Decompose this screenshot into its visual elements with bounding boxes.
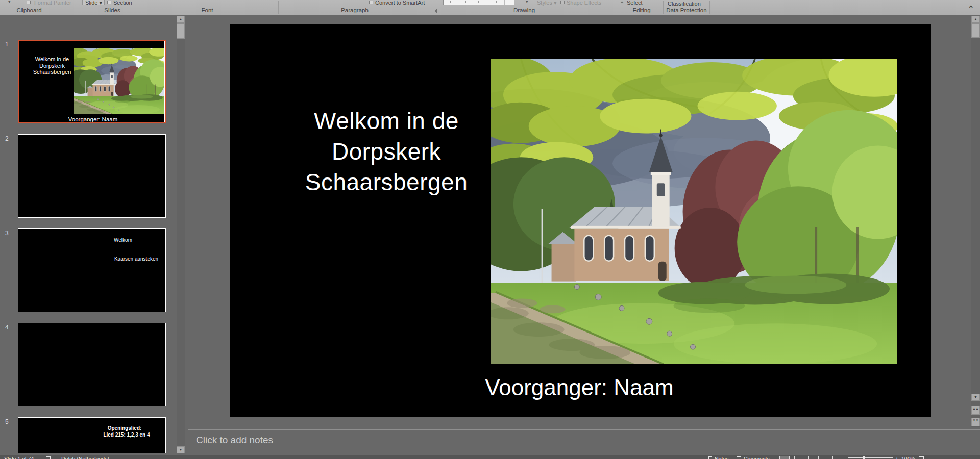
group-label-editing: Editing <box>621 7 662 13</box>
slide-indicator: Slide 1 of 74 <box>4 456 34 459</box>
new-slide-button[interactable]: Slide ▾ <box>85 0 102 6</box>
group-divider <box>80 1 80 14</box>
notes-pane[interactable]: Click to add notes <box>188 430 980 455</box>
group-divider <box>439 1 439 14</box>
zoom-level[interactable]: 100% <box>901 456 915 459</box>
format-painter-button[interactable]: Format Painter <box>34 0 71 6</box>
slide-scrollbar[interactable]: ▲ ▼ ▲▲ ▼▼ <box>971 16 980 427</box>
shape-effects-icon <box>560 1 565 4</box>
slide-number: 5 <box>5 418 9 425</box>
shape-glyph-icon <box>478 1 481 3</box>
thumbnail-title-line: Dorpskerk <box>24 63 80 69</box>
scroll-up-icon[interactable]: ▲ <box>971 16 980 23</box>
scroll-up-icon[interactable]: ▲ <box>177 16 185 23</box>
slide-number: 3 <box>5 230 9 237</box>
collapse-ribbon-icon[interactable]: ⌃ <box>968 4 974 13</box>
arrange-dropdown-icon[interactable]: ▾ <box>526 0 528 4</box>
group-divider <box>618 1 618 14</box>
group-divider <box>709 1 710 14</box>
slide-number: 1 <box>5 41 9 48</box>
ribbon: ▾ Format Painter Slide ▾ Section Clipboa… <box>0 0 980 15</box>
fit-to-window-icon[interactable] <box>919 456 924 459</box>
quick-styles-button[interactable]: Styles ▾ <box>537 0 557 6</box>
slide-title[interactable]: Welkom in de Dorpskerk Schaarsbergen <box>249 106 524 197</box>
notes-toggle-icon[interactable] <box>708 456 712 459</box>
scroll-down-icon[interactable]: ▼ <box>971 394 980 401</box>
thumbnail-title-line: Welkom in de <box>24 56 80 63</box>
font-dialog-launcher-icon[interactable] <box>271 9 275 13</box>
paste-dropdown-icon[interactable]: ▾ <box>8 0 11 4</box>
select-button[interactable]: Select <box>627 0 643 6</box>
zoom-out-icon[interactable]: − <box>841 456 844 459</box>
thumbnail-slide-5[interactable]: Openingslied: Lied 215: 1,2,3 en 4 <box>18 417 166 453</box>
thumbnail-text: Welkom <box>92 237 154 243</box>
select-cursor-icon: ⌖ <box>621 0 623 5</box>
slide-number: 2 <box>5 135 9 142</box>
paragraph-dialog-launcher-icon[interactable] <box>433 9 437 13</box>
slide-thumbnail-panel: 1 Welkom in de Dorpskerk Schaarsbergen V… <box>0 16 187 453</box>
thumbnail-caption: Voorganger: Naam <box>42 116 144 122</box>
group-divider <box>145 1 145 14</box>
notes-toggle[interactable]: Notes <box>715 456 728 459</box>
group-label-drawing: Drawing <box>504 7 545 13</box>
thumbnail-text: Openingslied: <box>89 425 160 431</box>
comments-toggle[interactable]: Comments <box>744 456 770 459</box>
section-button[interactable]: Section <box>113 0 132 6</box>
clipboard-dialog-launcher-icon[interactable] <box>73 9 77 13</box>
thumbnail-church-photo <box>74 48 164 114</box>
thumbnail-slide-1[interactable]: Welkom in de Dorpskerk Schaarsbergen Voo… <box>18 40 166 123</box>
shapes-gallery[interactable] <box>443 0 514 5</box>
slideshow-view-icon[interactable] <box>823 456 833 459</box>
group-label-font: Font <box>187 7 228 13</box>
language-indicator[interactable]: Dutch (Netherlands) <box>61 456 109 459</box>
zoom-slider[interactable] <box>848 457 893 458</box>
thumbnail-slide-2[interactable] <box>18 134 166 218</box>
status-bar: Slide 1 of 74 Dutch (Netherlands) Notes … <box>0 455 980 459</box>
scrollbar-thumb[interactable] <box>177 23 185 39</box>
convert-smartart-icon <box>369 1 373 4</box>
shape-glyph-icon <box>494 1 497 3</box>
zoom-slider-thumb[interactable] <box>863 456 865 459</box>
slide-title-line: Dorpskerk <box>249 136 524 167</box>
scrollbar-thumb[interactable] <box>971 23 980 38</box>
group-label-data-protection: Data Protection <box>661 7 712 13</box>
thumbnail-title: Welkom in de Dorpskerk Schaarsbergen <box>24 56 80 75</box>
group-label-clipboard: Clipboard <box>9 7 50 13</box>
slide-canvas[interactable]: Welkom in de Dorpskerk Schaarsbergen Voo… <box>230 24 931 417</box>
slide-number: 4 <box>5 324 9 331</box>
thumbnail-slide-3[interactable]: Welkom Kaarsen aansteken <box>18 228 166 312</box>
slide-sorter-view-icon[interactable] <box>794 456 804 459</box>
powerpoint-window: ▾ Format Painter Slide ▾ Section Clipboa… <box>0 0 980 459</box>
notes-placeholder[interactable]: Click to add notes <box>196 435 273 446</box>
slide-caption[interactable]: Voorganger: Naam <box>452 375 707 400</box>
group-label-slides: Slides <box>92 7 133 13</box>
classification-button[interactable]: Classification <box>668 1 701 7</box>
thumbnail-scrollbar[interactable]: ▲ ▼ <box>177 16 185 453</box>
group-label-paragraph: Paragraph <box>334 7 375 13</box>
normal-view-icon[interactable] <box>779 456 790 459</box>
thumbnail-title-line: Schaarsbergen <box>24 69 80 75</box>
shape-effects-button[interactable]: Shape Effects <box>567 0 601 6</box>
slide-title-line: Welkom in de <box>249 106 524 136</box>
slide-title-line: Schaarsbergen <box>249 167 524 197</box>
drawing-dialog-launcher-icon[interactable] <box>611 9 615 13</box>
convert-smartart-button[interactable]: Convert to SmartArt <box>375 0 425 6</box>
shape-glyph-icon <box>463 1 466 3</box>
next-slide-icon[interactable]: ▼▼ <box>971 418 980 426</box>
section-icon <box>107 1 111 4</box>
comments-icon[interactable] <box>737 456 741 459</box>
spellcheck-icon[interactable] <box>46 456 51 459</box>
shape-glyph-icon <box>448 1 451 3</box>
thumbnail-text: Lied 215: 1,2,3 en 4 <box>91 432 162 438</box>
church-photo[interactable] <box>491 59 897 364</box>
thumbnail-text: Kaarsen aansteken <box>101 256 172 262</box>
previous-slide-icon[interactable]: ▲▲ <box>971 406 980 415</box>
reading-view-icon[interactable] <box>808 456 819 459</box>
scroll-down-icon[interactable]: ▼ <box>177 446 185 453</box>
group-divider <box>278 1 279 14</box>
format-painter-icon <box>27 1 31 4</box>
shapes-scroll-divider <box>504 0 505 5</box>
thumbnail-slide-4[interactable] <box>18 323 166 406</box>
zoom-in-icon[interactable]: + <box>895 456 898 459</box>
